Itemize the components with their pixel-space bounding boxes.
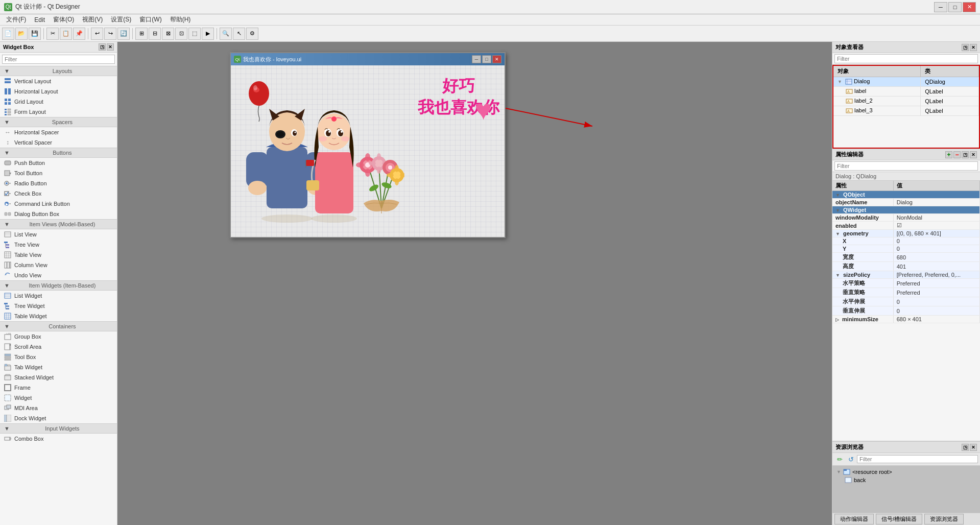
obj-row-label2[interactable]: A label_2 QLabel <box>833 97 979 106</box>
prop-value-enabled[interactable]: ☑ <box>893 222 979 230</box>
widget-widget[interactable]: Widget <box>0 393 117 403</box>
tab-signal-slot-editor[interactable]: 信号/槽编辑器 <box>876 514 922 524</box>
prop-row-enabled[interactable]: enabled ☑ <box>832 222 980 230</box>
widget-list-view[interactable]: List View <box>0 229 117 240</box>
widget-dock-widget[interactable]: Dock Widget <box>0 413 117 423</box>
menu-help[interactable]: 帮助(H) <box>166 14 195 25</box>
section-inputwidgets[interactable]: ▼ Input Widgets <box>0 423 117 434</box>
prop-row-hpolicy[interactable]: 水平策略 Preferred <box>832 279 980 288</box>
widget-command-link[interactable]: ▶ Command Link Button <box>0 199 117 209</box>
widget-tool-box[interactable]: Tool Box <box>0 352 117 362</box>
widget-hspacer[interactable]: ↔ Horizontal Spacer <box>0 127 117 137</box>
res-float-btn[interactable]: ◳ <box>962 444 969 451</box>
widget-table-view[interactable]: Table View <box>0 250 117 260</box>
widget-group-box[interactable]: Group Group Box <box>0 331 117 342</box>
tab-action-editor[interactable]: 动作编辑器 <box>834 514 874 524</box>
prop-filter-input[interactable] <box>834 161 978 171</box>
widget-horizontal-layout[interactable]: Horizontal Layout <box>0 86 117 97</box>
widget-grid-layout[interactable]: Grid Layout <box>0 97 117 107</box>
obj-inspector-float-btn[interactable]: ◳ <box>962 44 969 51</box>
widget-vspacer[interactable]: ↕ Vertical Spacer <box>0 137 117 148</box>
dialog-maximize-btn[interactable]: □ <box>482 55 491 63</box>
prop-row-windowmodality[interactable]: windowModality NonModal <box>832 214 980 222</box>
widget-box-close-btn[interactable]: ✕ <box>107 43 114 51</box>
prop-value-sizepolicy[interactable]: [Preferred, Preferred, 0,... <box>893 271 979 279</box>
preview-button[interactable]: ▶ <box>202 28 214 40</box>
refresh-button[interactable]: 🔄 <box>117 28 130 40</box>
prop-remove-btn[interactable]: − <box>953 151 961 158</box>
tab-resource-browser[interactable]: 资源浏览器 <box>924 514 964 524</box>
layout-f-button[interactable]: ⊡ <box>175 28 187 40</box>
res-back-item[interactable]: back <box>834 476 978 484</box>
paste-button[interactable]: 📌 <box>73 28 85 40</box>
dialog-window[interactable]: Qt 我也喜欢你 - loveyou.ui ─ □ ✕ <box>230 52 506 238</box>
res-filter-input[interactable] <box>857 455 978 463</box>
settings-button[interactable]: ⚙ <box>246 28 258 40</box>
section-containers[interactable]: ▼ Containers <box>0 321 117 331</box>
res-refresh-btn[interactable]: ↺ <box>846 454 856 464</box>
prop-value-vstretch[interactable]: 0 <box>893 306 979 316</box>
zoom-button[interactable]: 🔍 <box>220 28 232 40</box>
widget-vertical-layout[interactable]: Vertical Layout <box>0 76 117 86</box>
menu-window[interactable]: 窗口(W) <box>135 14 165 25</box>
res-root-item[interactable]: ▼ <resource root> <box>834 468 978 476</box>
widget-scroll-area[interactable]: Scroll Area <box>0 342 117 352</box>
obj-row-label3[interactable]: A label_3 QLabel <box>833 106 979 116</box>
prop-value-y[interactable]: 0 <box>893 245 979 253</box>
prop-row-vpolicy[interactable]: 垂直策略 Preferred <box>832 288 980 297</box>
prop-value-minimumsize[interactable]: 680 × 401 <box>893 316 979 323</box>
open-button[interactable]: 📂 <box>15 28 28 40</box>
canvas-area[interactable]: Qt 我也喜欢你 - loveyou.ui ─ □ ✕ <box>117 42 832 525</box>
menu-form[interactable]: 窗体(O) <box>49 14 78 25</box>
prop-value-hstretch[interactable]: 0 <box>893 297 979 306</box>
copy-button[interactable]: 📋 <box>60 28 72 40</box>
widget-tool-button[interactable]: Tool Button <box>0 168 117 178</box>
cut-button[interactable]: ✂ <box>46 28 59 40</box>
prop-close-btn[interactable]: ✕ <box>970 151 977 158</box>
layout-v-button[interactable]: ⊞ <box>135 28 148 40</box>
widget-combo-box[interactable]: ▼ Combo Box <box>0 434 117 444</box>
prop-value-height[interactable]: 401 <box>893 262 979 271</box>
widget-mdi-area[interactable]: MDI Area <box>0 403 117 413</box>
prop-row-vstretch[interactable]: 垂直伸展 0 <box>832 306 980 316</box>
undo-button[interactable]: ↩ <box>91 28 103 40</box>
new-button[interactable]: 📄 <box>2 28 14 40</box>
widget-box-float-btn[interactable]: ◳ <box>99 43 106 51</box>
section-itemwidgets[interactable]: ▼ Item Widgets (Item-Based) <box>0 280 117 291</box>
dialog-close-btn[interactable]: ✕ <box>492 55 501 63</box>
widget-table-widget[interactable]: Table Widget <box>0 311 117 321</box>
widget-undo-view[interactable]: Undo View <box>0 270 117 280</box>
widget-box-filter-input[interactable] <box>2 55 115 64</box>
res-edit-btn[interactable]: ✏ <box>834 454 845 464</box>
widget-tab-widget[interactable]: Tab Widget <box>0 362 117 372</box>
prop-value-width[interactable]: 680 <box>893 253 979 262</box>
widget-tree-widget[interactable]: Tree Widget <box>0 301 117 311</box>
section-itemviews[interactable]: ▼ Item Views (Model-Based) <box>0 219 117 229</box>
dialog-content[interactable]: 好巧 我也喜欢你 ♥ <box>231 65 505 237</box>
minimize-button[interactable]: ─ <box>934 2 947 12</box>
widget-push-button[interactable]: Push Button <box>0 158 117 168</box>
layout-h-button[interactable]: ⊟ <box>149 28 161 40</box>
widget-column-view[interactable]: Column View <box>0 260 117 270</box>
prop-row-objectname[interactable]: objectName Dialog <box>832 199 980 206</box>
prop-float-btn[interactable]: ◳ <box>962 151 969 158</box>
section-layouts[interactable]: ▼ Layouts <box>0 66 117 76</box>
obj-row-dialog[interactable]: ▼ Dialog QDialog <box>833 77 979 87</box>
prop-value-vpolicy[interactable]: Preferred <box>893 288 979 297</box>
prop-value-hpolicy[interactable]: Preferred <box>893 279 979 288</box>
widget-form-layout[interactable]: Form Layout <box>0 107 117 117</box>
obj-inspector-close-btn[interactable]: ✕ <box>970 44 977 51</box>
close-button[interactable]: ✕ <box>963 2 976 12</box>
prop-value-geometry[interactable]: [(0, 0), 680 × 401] <box>893 230 979 237</box>
prop-row-sizepolicy[interactable]: ▼ sizePolicy [Preferred, Preferred, 0,..… <box>832 271 980 279</box>
menu-settings[interactable]: 设置(S) <box>107 14 135 25</box>
section-buttons[interactable]: ▼ Buttons <box>0 148 117 158</box>
layout-g-button[interactable]: ⊠ <box>162 28 174 40</box>
prop-row-minimumsize[interactable]: ▷ minimumSize 680 × 401 <box>832 316 980 323</box>
menu-view[interactable]: 视图(V) <box>78 14 107 25</box>
widget-list-widget[interactable]: List Widget <box>0 291 117 301</box>
menu-file[interactable]: 文件(F) <box>2 14 30 25</box>
prop-row-height[interactable]: 高度 401 <box>832 262 980 271</box>
widget-stacked-widget[interactable]: Stacked Widget <box>0 372 117 383</box>
prop-row-hstretch[interactable]: 水平伸展 0 <box>832 297 980 306</box>
